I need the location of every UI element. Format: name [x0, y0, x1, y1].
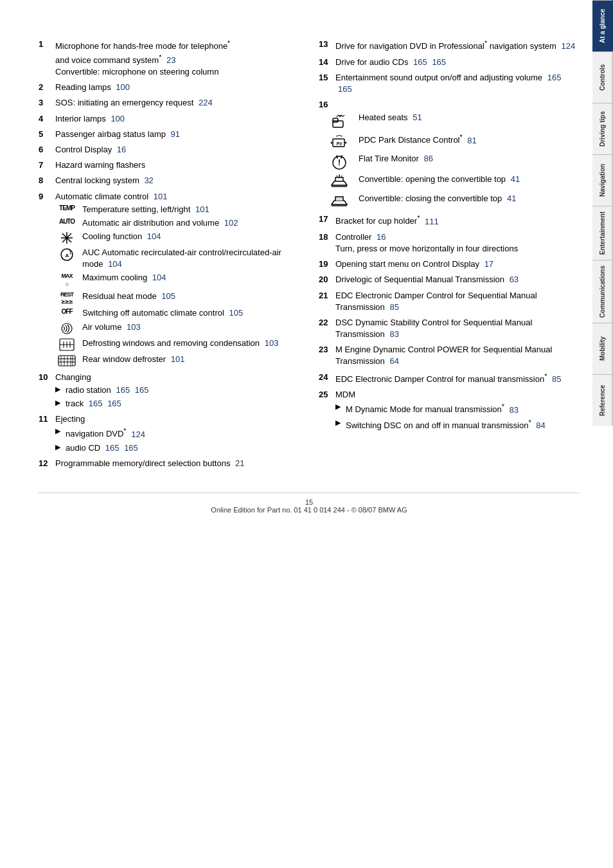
item-number: 19 — [319, 258, 332, 270]
page-number: 15 — [305, 498, 313, 506]
page-ref-link[interactable]: 165 — [105, 443, 120, 453]
defrost-svg — [58, 338, 75, 352]
auto-icon: AUTO — [55, 217, 78, 226]
flat-tire-icon: ! — [325, 153, 353, 171]
page-ref-link[interactable]: 85 — [552, 374, 561, 384]
page-ref-link[interactable]: 165 — [124, 443, 138, 453]
sub-text: Switching DSC on and off in manual trans… — [346, 418, 580, 432]
sidebar-tab-at-a-glance[interactable]: At a glance — [592, 0, 613, 51]
arrow-bullet-icon: ▶ — [55, 426, 60, 436]
list-item: 18 Controller 16Turn, press or move hori… — [319, 231, 580, 255]
list-item: 14 Drive for audio CDs 165 165 — [319, 57, 580, 68]
page-ref-link[interactable]: 103 — [265, 338, 279, 348]
heated-seat-icon — [325, 112, 353, 130]
sub-text: Convertible: closing the convertible top… — [359, 193, 580, 204]
sidebar-tab-navigation[interactable]: Navigation — [592, 154, 613, 206]
page-ref-link[interactable]: 103 — [127, 322, 141, 332]
sub-text: navigation DVD* 124 — [66, 426, 299, 440]
max-icon: MAX ○ — [55, 272, 78, 288]
page-ref-link[interactable]: 101 — [195, 204, 209, 214]
page-ref-link[interactable]: 165 — [432, 57, 446, 67]
sub-items: ▶ M Dynamic Mode for manual transmission… — [335, 402, 580, 431]
page-ref-link[interactable]: 84 — [536, 420, 545, 430]
page-ref-link[interactable]: 16 — [377, 232, 386, 242]
item-number: 24 — [319, 372, 332, 383]
page-ref-link[interactable]: 165 — [338, 84, 352, 94]
page-ref-link[interactable]: 165 — [116, 385, 130, 395]
sub-text: Residual heat mode 105 — [82, 291, 299, 302]
item-number: 15 — [319, 72, 332, 84]
list-item: 3 SOS: initiating an emergency request 2… — [39, 97, 299, 109]
sub-text: Temperature setting, left/right 101 — [82, 204, 299, 215]
item-number: 8 — [39, 175, 51, 186]
convertible-open-icon — [325, 174, 353, 190]
page-ref-link[interactable]: 165 — [413, 57, 427, 67]
item-number: 17 — [319, 213, 332, 225]
item-text: Drive for navigation DVD in Professional… — [335, 39, 580, 53]
sub-item: Defrosting windows and removing condensa… — [55, 338, 299, 352]
page-ref-link[interactable]: 100 — [116, 82, 130, 92]
page-ref-link[interactable]: 101 — [171, 354, 185, 364]
page-ref-link[interactable]: 165 — [547, 73, 562, 82]
page-ref-link[interactable]: 86 — [424, 154, 433, 163]
page-ref-link[interactable]: 63 — [510, 275, 519, 284]
page-ref-link[interactable]: 105 — [229, 308, 243, 318]
item-text: Passenger airbag status lamp 91 — [55, 129, 299, 140]
page-ref-link[interactable]: 85 — [389, 302, 398, 312]
page-ref-link[interactable]: 100 — [111, 114, 125, 123]
page-ref-link[interactable]: 104 — [152, 273, 166, 282]
page-ref-link[interactable]: 41 — [511, 174, 520, 184]
sub-item: ▶ track 165 165 — [55, 398, 299, 410]
sidebar-tab-entertainment[interactable]: Entertainment — [592, 206, 613, 260]
flat-tire-svg: ! — [330, 153, 349, 171]
item-text: Automatic climate control 101 — [55, 191, 299, 203]
page-ref-link[interactable]: 23 — [166, 55, 175, 65]
rear-defrost-icon — [55, 354, 78, 368]
page-ref-link[interactable]: 165 — [89, 399, 103, 408]
page-ref-link[interactable]: 64 — [389, 356, 398, 366]
sub-text: Maximum cooling 104 — [82, 272, 299, 284]
page-ref-link[interactable]: 124 — [561, 41, 575, 51]
sidebar-tab-communications[interactable]: Communications — [592, 260, 613, 323]
page-ref-link[interactable]: 101 — [154, 192, 168, 201]
sidebar-tab-controls[interactable]: Controls — [592, 51, 613, 103]
page-ref-link[interactable]: 102 — [224, 218, 238, 228]
page-ref-link[interactable]: 83 — [510, 405, 519, 415]
list-item: 7 Hazard warning flashers — [39, 159, 299, 171]
page-ref-link[interactable]: 224 — [199, 98, 213, 107]
sidebar-tab-reference[interactable]: Reference — [592, 374, 613, 426]
item-number: 9 — [39, 191, 51, 203]
page-ref-link[interactable]: 104 — [108, 259, 122, 269]
page-ref-link[interactable]: 41 — [507, 194, 516, 203]
list-item: 22 DSC Dynamic Stability Control for Seq… — [319, 317, 580, 340]
page-ref-link[interactable]: 21 — [235, 458, 244, 468]
item-text: Ejecting — [55, 413, 299, 425]
item-text: EDC Electronic Damper Control for manual… — [335, 372, 580, 386]
item-number: 11 — [39, 413, 51, 425]
item-text: Interior lamps 100 — [55, 113, 299, 125]
page-ref-link[interactable]: 105 — [161, 291, 175, 301]
page-ref-link[interactable]: 124 — [131, 429, 145, 439]
page-ref-link[interactable]: 91 — [171, 129, 180, 139]
page-ref-link[interactable]: 81 — [467, 136, 476, 145]
page-ref-link[interactable]: 32 — [144, 176, 153, 185]
page-ref-link[interactable]: 104 — [147, 231, 161, 241]
page-ref-link[interactable]: 16 — [117, 145, 126, 154]
item-number: 21 — [319, 290, 332, 302]
sidebar-tab-driving-tips[interactable]: Driving tips — [592, 103, 613, 154]
rest-label: REST — [60, 291, 73, 299]
item-number: 18 — [319, 231, 332, 243]
page-ref-link[interactable]: 165 — [107, 399, 121, 408]
page-ref-link[interactable]: 51 — [413, 113, 422, 122]
sidebar-tab-mobility[interactable]: Mobility — [592, 323, 613, 374]
sub-item: Convertible: closing the convertible top… — [325, 193, 580, 210]
page-ref-link[interactable]: 111 — [425, 217, 439, 226]
item-number: 14 — [319, 57, 332, 68]
svg-text:!: ! — [338, 158, 341, 167]
sub-item: Air volume 103 — [55, 321, 299, 336]
page-ref-link[interactable]: 83 — [389, 329, 398, 339]
item-number: 2 — [39, 82, 51, 93]
page-ref-link[interactable]: 17 — [484, 259, 493, 269]
item-number: 22 — [319, 317, 332, 329]
page-ref-link[interactable]: 165 — [135, 385, 149, 395]
